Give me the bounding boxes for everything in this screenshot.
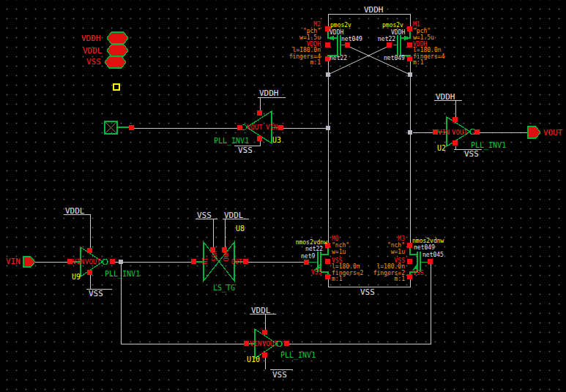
pin[interactable]	[110, 259, 115, 264]
supply-label-vddl[interactable]: VDDL	[83, 47, 103, 55]
supply-pin-vddl[interactable]	[107, 45, 128, 56]
net-label-vss-rail[interactable]: VSS	[360, 288, 375, 296]
port-label-vout[interactable]: VOUT	[543, 129, 563, 137]
pin[interactable]	[387, 42, 392, 48]
u3-pin-out: VOUT	[247, 124, 263, 131]
port-vin[interactable]	[23, 257, 35, 267]
m2-net-gate[interactable]: net049	[341, 37, 362, 42]
port-vout[interactable]	[528, 127, 540, 138]
pin[interactable]	[257, 110, 262, 116]
m3-l: l=180.0n	[373, 264, 405, 270]
solder-dot	[326, 72, 331, 78]
m2-type: "pch"	[288, 29, 321, 34]
pin[interactable]	[474, 129, 480, 135]
m3-name[interactable]: M3	[373, 236, 405, 242]
supply-pin-vddh[interactable]	[107, 32, 128, 44]
m2-w: w=1.5u	[288, 35, 321, 41]
m1-type: "pch"	[413, 29, 431, 34]
pin[interactable]	[191, 259, 196, 264]
pin[interactable]	[433, 129, 438, 135]
u10-pin-out: VOUT	[262, 341, 278, 347]
m1-l: l=180.0n	[413, 48, 442, 53]
m1-net-drain[interactable]: net049	[384, 56, 405, 61]
solder-dot	[326, 126, 331, 131]
supply-pin-vss[interactable]	[105, 56, 126, 68]
noconn-symbol[interactable]	[105, 121, 134, 134]
u10-cell: PLL_INV1	[280, 352, 316, 359]
u10-name[interactable]: U10	[247, 356, 260, 363]
solder-dot	[408, 130, 413, 135]
pin[interactable]	[407, 274, 412, 279]
m0-net-drain[interactable]: net22	[305, 246, 323, 252]
m3-net-gate[interactable]: net045	[422, 252, 444, 258]
m1-net-src[interactable]: VDDH	[391, 30, 405, 36]
u3-name[interactable]: U3	[272, 137, 281, 144]
origin-marker	[113, 84, 119, 90]
pin[interactable]	[262, 330, 267, 335]
u8-rail-vddl[interactable]: VDDL	[224, 211, 244, 219]
pin[interactable]	[67, 259, 72, 264]
source-arrow	[328, 36, 334, 41]
pin[interactable]	[345, 42, 350, 48]
schematic-canvas[interactable]: VDDH VDDL VSS VDDH VSS VDDH VSS VOUT VIN…	[0, 0, 566, 392]
pin[interactable]	[87, 248, 92, 253]
m2-net-src[interactable]: VDDH	[329, 30, 343, 36]
m0-name[interactable]: M0	[332, 236, 339, 242]
u10-rail-vss[interactable]: VSS	[272, 371, 287, 379]
u2-rail-vss[interactable]: VSS	[464, 150, 479, 158]
pin[interactable]	[407, 243, 412, 248]
u8-name[interactable]: U8	[236, 225, 245, 233]
solder-dot	[408, 72, 413, 78]
pin[interactable]	[325, 259, 330, 264]
u3-rail-vss[interactable]: VSS	[238, 146, 253, 154]
u9-name[interactable]: U9	[72, 274, 81, 281]
m2-net-drain[interactable]: net22	[329, 56, 347, 61]
m0-w: w=1u	[332, 249, 346, 255]
pin[interactable]	[284, 341, 289, 346]
net-label-vddh-rail[interactable]: VDDH	[364, 6, 384, 14]
u2-rail-vddh[interactable]: VDDH	[436, 93, 455, 101]
m2-l: l=180.0n	[288, 48, 321, 53]
pin[interactable]	[453, 117, 458, 122]
u8-rail-vss[interactable]: VSS	[197, 211, 212, 219]
pin[interactable]	[407, 259, 412, 264]
m3-m: m:1	[373, 276, 405, 282]
pin[interactable]	[129, 125, 134, 130]
m3-net-drain[interactable]: net049	[414, 245, 435, 251]
pin[interactable]	[87, 270, 92, 275]
u9-cell: PLL_INV1	[105, 271, 140, 278]
pin[interactable]	[262, 353, 267, 358]
u3-rail-vddh[interactable]: VDDH	[259, 89, 279, 97]
pin[interactable]	[325, 42, 330, 48]
pin[interactable]	[244, 341, 249, 346]
pin[interactable]	[407, 56, 412, 61]
pin[interactable]	[453, 140, 458, 146]
u9-rail-vddl[interactable]: VDDL	[65, 207, 85, 215]
m1-net-gate[interactable]: net22	[378, 37, 395, 42]
pin[interactable]	[428, 259, 433, 264]
pin[interactable]	[407, 42, 412, 48]
source-arrow	[404, 36, 410, 41]
pin[interactable]	[237, 125, 242, 130]
u10-rail-vddl[interactable]: VDDL	[251, 306, 271, 314]
m0-type: "nch"	[332, 243, 349, 249]
pin[interactable]	[407, 26, 412, 31]
m3-type: "nch"	[373, 243, 405, 249]
pin[interactable]	[278, 125, 283, 130]
m2-name[interactable]: M2	[288, 22, 321, 28]
pin[interactable]	[325, 274, 330, 279]
port-label-vin[interactable]: VIN	[6, 257, 21, 265]
u2-cell: PLL_INV1	[471, 142, 506, 149]
pin[interactable]	[243, 259, 248, 264]
u2-name[interactable]: U2	[437, 145, 446, 152]
u9-rail-vss[interactable]: VSS	[89, 290, 103, 298]
pin[interactable]	[257, 136, 262, 141]
pin[interactable]	[304, 260, 309, 265]
m0-net-gate[interactable]: net9	[301, 254, 315, 260]
m3-model: nmos2vdnw	[412, 238, 444, 244]
supply-label-vss[interactable]: VSS	[86, 58, 101, 66]
u8-pin-vss: VSS	[210, 251, 216, 261]
m1-name[interactable]: M1	[413, 22, 420, 28]
supply-label-vddh[interactable]: VDDH	[81, 34, 101, 42]
m3-bulk-arrow-label: VSS	[413, 271, 423, 276]
